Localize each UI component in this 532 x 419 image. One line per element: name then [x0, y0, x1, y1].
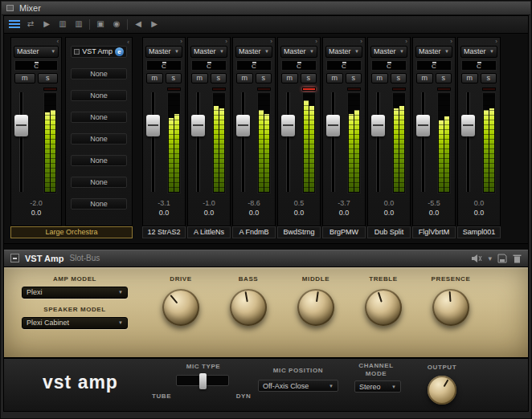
- solo-button[interactable]: s: [38, 73, 59, 83]
- inserts-collapse-icon[interactable]: ‹: [127, 39, 129, 46]
- insert-slot[interactable]: None: [71, 155, 127, 166]
- mute-button[interactable]: m: [191, 73, 208, 83]
- solo-button[interactable]: s: [211, 73, 227, 83]
- speaker-model-select[interactable]: Plexi Cabinet ▼: [22, 317, 128, 329]
- monitor-icon[interactable]: ▶: [41, 18, 52, 31]
- window-titlebar[interactable]: Mixer: [2, 2, 530, 15]
- strip-collapse-icon[interactable]: ‹: [56, 38, 59, 45]
- gain-value[interactable]: 0.0: [323, 208, 365, 218]
- solo-button[interactable]: s: [481, 73, 497, 83]
- solo-button[interactable]: s: [436, 73, 452, 83]
- solo-button[interactable]: s: [346, 73, 362, 83]
- pan-control[interactable]: C: [191, 60, 227, 71]
- insert-slot[interactable]: None: [71, 177, 127, 188]
- solo-button[interactable]: s: [301, 73, 317, 83]
- mic-position-select[interactable]: Off-Axis Close ▼: [258, 380, 338, 392]
- chevron-down-icon[interactable]: ▾: [488, 254, 492, 262]
- clip-indicator[interactable]: [347, 87, 361, 91]
- mute-button[interactable]: m: [326, 73, 343, 83]
- mute-button[interactable]: m: [461, 73, 478, 83]
- solo-button[interactable]: s: [391, 73, 407, 83]
- pan-control[interactable]: C: [281, 60, 317, 71]
- trash-icon[interactable]: [513, 254, 522, 263]
- fader-track[interactable]: [331, 92, 335, 192]
- pan-control[interactable]: C: [146, 60, 182, 71]
- speaker-mute-icon[interactable]: [471, 254, 482, 263]
- mute-button[interactable]: m: [14, 73, 35, 83]
- channel-name-label[interactable]: 12 StrAS2: [142, 226, 186, 238]
- channel-name-label[interactable]: BwdStrng: [277, 226, 321, 238]
- pan-control[interactable]: C: [461, 60, 497, 71]
- gain-value[interactable]: 0.0: [413, 208, 455, 218]
- solo-button[interactable]: s: [256, 73, 272, 83]
- fader-handle[interactable]: [416, 115, 430, 136]
- insert-slot[interactable]: None: [71, 112, 127, 123]
- mic-type-slider-handle[interactable]: [199, 373, 207, 389]
- pan-control[interactable]: C: [371, 60, 407, 71]
- mute-button[interactable]: m: [371, 73, 388, 83]
- clip-indicator[interactable]: [437, 87, 451, 91]
- fader-handle[interactable]: [371, 115, 385, 136]
- output-routing-select[interactable]: Master ▼: [325, 46, 362, 58]
- meter-view-icon-1[interactable]: ▥: [57, 18, 68, 31]
- mute-button[interactable]: m: [146, 73, 163, 83]
- amp-knob[interactable]: [432, 289, 469, 326]
- fader-track[interactable]: [466, 92, 470, 192]
- gain-value[interactable]: 0.0: [188, 208, 230, 218]
- output-knob[interactable]: [428, 376, 456, 405]
- save-preset-icon[interactable]: [497, 254, 507, 263]
- meter-view-icon-2[interactable]: ▥: [73, 18, 84, 31]
- output-routing-select[interactable]: Master ▼: [14, 46, 59, 58]
- fader-track[interactable]: [286, 92, 290, 192]
- pan-control[interactable]: C: [326, 60, 362, 71]
- output-routing-select[interactable]: Master ▼: [415, 46, 452, 58]
- fader-handle[interactable]: [191, 115, 205, 136]
- channel-name-label[interactable]: BrgPMW: [322, 226, 366, 238]
- fader-track[interactable]: [196, 92, 200, 192]
- insert-edit-button[interactable]: e: [115, 47, 124, 56]
- fader-track[interactable]: [151, 92, 155, 192]
- channel-name-label[interactable]: A FndmB: [232, 226, 276, 238]
- clip-indicator[interactable]: [43, 87, 57, 91]
- channel-name-label[interactable]: A LittleNs: [187, 226, 231, 238]
- gain-value[interactable]: 0.0: [368, 208, 410, 218]
- amp-knob[interactable]: [297, 289, 334, 326]
- pan-control[interactable]: C: [14, 60, 58, 71]
- output-routing-select[interactable]: Master ▼: [280, 46, 317, 58]
- mute-button[interactable]: m: [416, 73, 433, 83]
- fader-handle[interactable]: [281, 115, 295, 136]
- strip-expand-icon[interactable]: ›: [495, 38, 497, 45]
- mic-type-slider[interactable]: [176, 375, 229, 386]
- gain-value[interactable]: 0.0: [233, 208, 275, 218]
- output-routing-select[interactable]: Master ▼: [370, 46, 407, 58]
- strip-expand-icon[interactable]: ›: [270, 38, 272, 45]
- gain-value[interactable]: 0.0: [11, 208, 61, 218]
- amp-knob[interactable]: [230, 289, 267, 326]
- clip-indicator[interactable]: [167, 87, 181, 91]
- next-arrow-icon[interactable]: ▶: [149, 18, 160, 31]
- channel-name-label[interactable]: Dub Split: [367, 226, 411, 238]
- channel-name-label[interactable]: Sampl001: [457, 226, 501, 238]
- gain-value[interactable]: 0.0: [278, 208, 320, 218]
- channel-mode-select[interactable]: Stereo ▼: [354, 380, 401, 393]
- menu-icon[interactable]: [9, 20, 20, 29]
- fader-handle[interactable]: [236, 115, 250, 136]
- gain-value[interactable]: 0.0: [458, 208, 500, 218]
- strip-expand-icon[interactable]: ›: [450, 38, 452, 45]
- fader-track[interactable]: [241, 92, 245, 192]
- strip-expand-icon[interactable]: ›: [360, 38, 362, 45]
- solo-button[interactable]: s: [166, 73, 182, 83]
- output-routing-select[interactable]: Master ▼: [145, 46, 182, 58]
- amp-knob[interactable]: [162, 289, 199, 326]
- mute-button[interactable]: m: [281, 73, 298, 83]
- insert-slot[interactable]: None: [71, 68, 127, 79]
- insert-slot-active[interactable]: VST Amp e: [71, 46, 127, 58]
- prev-arrow-icon[interactable]: ◀: [133, 18, 144, 31]
- fader-track[interactable]: [421, 92, 425, 192]
- output-routing-select[interactable]: Master ▼: [190, 46, 227, 58]
- clip-indicator[interactable]: [392, 87, 406, 91]
- insert-slot[interactable]: None: [71, 133, 127, 144]
- pan-control[interactable]: C: [236, 60, 272, 71]
- insert-slot[interactable]: None: [71, 198, 127, 210]
- strip-expand-icon[interactable]: ›: [225, 38, 227, 45]
